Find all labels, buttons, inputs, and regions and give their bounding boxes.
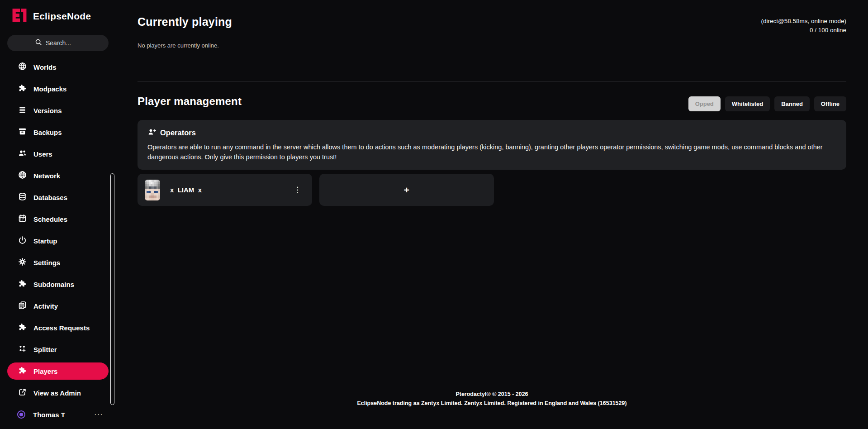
sidebar-item-label: Versions [33, 107, 62, 114]
puzzle-icon [18, 279, 27, 289]
sidebar-item-label: Splitter [33, 346, 57, 353]
puzzle-icon [18, 366, 27, 376]
brand-name: EclipseNode [33, 11, 91, 22]
sidebar-item-network[interactable]: Network [0, 165, 116, 186]
filter-offline-button[interactable]: Offline [814, 96, 846, 111]
sidebar-item-label: Access Requests [33, 324, 90, 332]
gear-icon [18, 257, 27, 267]
search-input[interactable] [46, 39, 81, 47]
database-icon [18, 192, 27, 202]
operators-card: Operators Operators are able to run any … [138, 120, 846, 170]
sidebar-item-label: Subdomains [33, 281, 74, 288]
sidebar-item-modpacks[interactable]: Modpacks [0, 78, 116, 100]
sidebar-item-label: Modpacks [33, 85, 66, 93]
plus-icon: + [404, 185, 409, 195]
add-operator-button[interactable]: + [319, 174, 494, 206]
sidebar-item-settings[interactable]: Settings [0, 252, 116, 273]
player-name: x_LIAM_x [170, 186, 202, 194]
sidebar-item-versions[interactable]: Versions [0, 100, 116, 121]
stack-icon [18, 105, 27, 115]
sidebar-item-label: Users [33, 150, 52, 158]
server-status: (direct@58.58ms, online mode) 0 / 100 on… [761, 17, 846, 35]
archive-icon [18, 127, 27, 137]
search-bar[interactable] [7, 35, 109, 51]
puzzle-icon [18, 323, 27, 333]
currently-playing-title: Currently playing [138, 15, 232, 29]
power-icon [18, 236, 27, 246]
player-options-kebab-icon[interactable]: ⋮ [290, 183, 305, 196]
main-content: Currently playing (direct@58.58ms, onlin… [116, 0, 868, 429]
player-management-title: Player management [138, 95, 242, 108]
filter-opped-button[interactable]: Opped [688, 96, 721, 111]
eclipsenode-logo-icon [11, 7, 28, 25]
footer: Pterodactyl® © 2015 - 2026 EclipseNode t… [138, 390, 846, 408]
operators-description: Operators are able to run any command in… [147, 142, 835, 162]
sidebar-item-label: Network [33, 172, 60, 180]
connection-status: (direct@58.58ms, online mode) [761, 17, 846, 26]
filter-buttons: Opped Whitelisted Banned Offline [688, 96, 846, 111]
sidebar-item-label: View as Admin [33, 389, 81, 397]
no-players-message: No players are currently online. [138, 42, 219, 49]
operator-player-card: x_LIAM_x ⋮ [138, 174, 312, 206]
person-plus-icon [147, 128, 156, 138]
sidebar-item-databases[interactable]: Databases [0, 186, 116, 208]
sidebar-item-splitter[interactable]: Splitter [0, 338, 116, 360]
user-status-icon [17, 410, 25, 419]
user-name: Thomas T [33, 411, 65, 419]
sidebar-item-schedules[interactable]: Schedules [0, 208, 116, 230]
search-icon [35, 38, 42, 48]
sidebar-item-label: Startup [33, 237, 57, 245]
brand[interactable]: EclipseNode [11, 7, 91, 25]
section-divider [138, 81, 846, 82]
sidebar: EclipseNode Worlds Modpacks Versions Bac… [0, 0, 116, 429]
player-avatar [145, 180, 160, 200]
sidebar-item-label: Schedules [33, 215, 67, 223]
puzzle-icon [18, 84, 27, 94]
sidebar-item-label: Activity [33, 302, 58, 310]
calendar-icon [18, 214, 27, 224]
footer-legal: EclipseNode trading as Zentyx Limited. Z… [138, 399, 846, 408]
sidebar-item-users[interactable]: Users [0, 143, 116, 165]
player-count: 0 / 100 online [761, 26, 846, 35]
user-account-button[interactable]: Thomas T ··· [0, 405, 116, 424]
sidebar-item-access-requests[interactable]: Access Requests [0, 317, 116, 338]
splitter-icon [18, 344, 27, 354]
sidebar-item-label: Players [33, 367, 57, 375]
sidebar-item-players[interactable]: Players [7, 362, 109, 380]
sidebar-item-label: Backups [33, 129, 62, 136]
users-icon [18, 149, 27, 159]
sidebar-item-worlds[interactable]: Worlds [0, 56, 116, 78]
user-menu-ellipsis-icon[interactable]: ··· [94, 410, 103, 419]
operator-cards-row: x_LIAM_x ⋮ + [138, 174, 494, 206]
sidebar-item-backups[interactable]: Backups [0, 121, 116, 143]
activity-log-icon [18, 301, 27, 311]
sidebar-scrollbar[interactable] [110, 173, 114, 405]
sidebar-item-label: Settings [33, 259, 60, 267]
operators-title: Operators [160, 129, 196, 137]
sidebar-item-startup[interactable]: Startup [0, 230, 116, 252]
sidebar-item-subdomains[interactable]: Subdomains [0, 273, 116, 295]
sidebar-item-view-as-admin[interactable]: View as Admin [0, 382, 116, 404]
globe-icon [18, 62, 27, 72]
sidebar-item-label: Worlds [33, 63, 57, 71]
filter-whitelisted-button[interactable]: Whitelisted [725, 96, 770, 111]
external-link-icon [18, 388, 27, 398]
sidebar-nav: Worlds Modpacks Versions Backups Users N… [0, 56, 116, 404]
sidebar-item-label: Databases [33, 194, 67, 201]
network-globe-icon [18, 171, 27, 181]
sidebar-item-activity[interactable]: Activity [0, 295, 116, 317]
footer-copyright: Pterodactyl® © 2015 - 2026 [138, 390, 846, 399]
filter-banned-button[interactable]: Banned [774, 96, 810, 111]
